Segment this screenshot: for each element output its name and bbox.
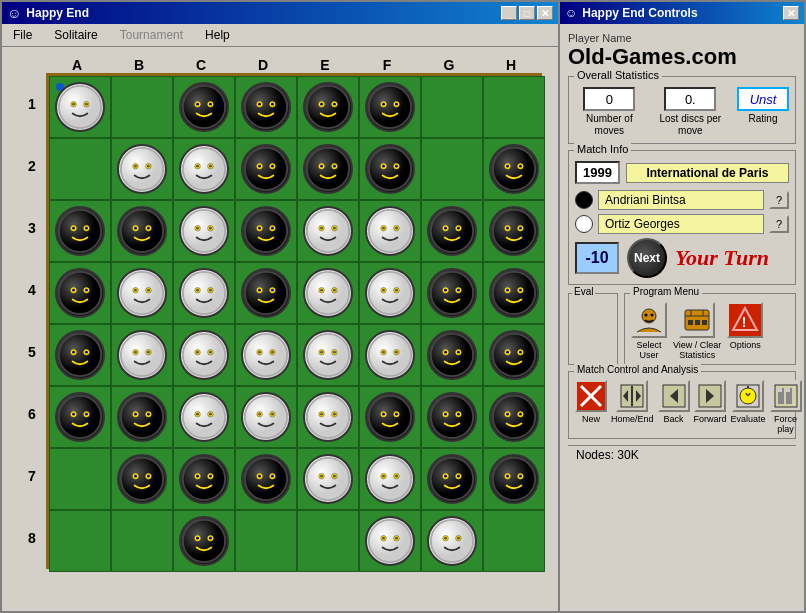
- black-piece[interactable]: [427, 392, 477, 442]
- table-row[interactable]: [483, 324, 545, 386]
- table-row[interactable]: [49, 324, 111, 386]
- black-piece[interactable]: [427, 206, 477, 256]
- white-piece[interactable]: [179, 392, 229, 442]
- force-play-button[interactable]: Force play: [770, 380, 802, 434]
- table-row[interactable]: [235, 76, 297, 138]
- black-piece[interactable]: [303, 82, 353, 132]
- table-row[interactable]: [297, 262, 359, 324]
- table-row[interactable]: [49, 510, 111, 572]
- table-row[interactable]: [421, 262, 483, 324]
- table-row[interactable]: [235, 386, 297, 448]
- white-piece[interactable]: [365, 206, 415, 256]
- table-row[interactable]: [111, 262, 173, 324]
- black-piece[interactable]: [241, 144, 291, 194]
- white-piece[interactable]: [241, 330, 291, 380]
- black-piece[interactable]: [179, 454, 229, 504]
- home-end-button[interactable]: Home/End: [611, 380, 654, 424]
- black-piece[interactable]: [303, 144, 353, 194]
- black-piece[interactable]: [489, 268, 539, 318]
- table-row[interactable]: [297, 510, 359, 572]
- table-row[interactable]: [421, 448, 483, 510]
- black-piece[interactable]: [489, 330, 539, 380]
- table-row[interactable]: [173, 138, 235, 200]
- table-row[interactable]: [173, 262, 235, 324]
- black-piece[interactable]: [241, 454, 291, 504]
- black-piece[interactable]: [55, 206, 105, 256]
- white-piece[interactable]: [179, 144, 229, 194]
- table-row[interactable]: [483, 448, 545, 510]
- black-piece[interactable]: [117, 206, 167, 256]
- white-piece[interactable]: [365, 454, 415, 504]
- forward-button[interactable]: Forward: [694, 380, 727, 424]
- black-piece[interactable]: [241, 206, 291, 256]
- table-row[interactable]: [111, 200, 173, 262]
- table-row[interactable]: [49, 448, 111, 510]
- table-row[interactable]: [235, 138, 297, 200]
- close-button[interactable]: ✕: [537, 6, 553, 20]
- black-piece[interactable]: [179, 82, 229, 132]
- table-row[interactable]: [173, 324, 235, 386]
- table-row[interactable]: [483, 200, 545, 262]
- table-row[interactable]: [359, 200, 421, 262]
- black-piece[interactable]: [117, 392, 167, 442]
- evaluate-button[interactable]: Evaluate: [731, 380, 766, 424]
- maximize-button[interactable]: □: [519, 6, 535, 20]
- table-row[interactable]: [359, 138, 421, 200]
- table-row[interactable]: [235, 200, 297, 262]
- white-piece[interactable]: [427, 516, 477, 566]
- table-row[interactable]: [483, 262, 545, 324]
- select-user-button[interactable]: SelectUser: [631, 302, 667, 360]
- white-piece[interactable]: [117, 330, 167, 380]
- black-piece[interactable]: [489, 144, 539, 194]
- white-piece[interactable]: [55, 82, 105, 132]
- table-row[interactable]: [49, 262, 111, 324]
- table-row[interactable]: [111, 76, 173, 138]
- table-row[interactable]: [173, 448, 235, 510]
- black-piece[interactable]: [365, 82, 415, 132]
- player1-question-button[interactable]: ?: [769, 191, 789, 209]
- white-piece[interactable]: [303, 454, 353, 504]
- options-button[interactable]: ! Options: [727, 302, 763, 350]
- view-clear-button[interactable]: View / ClearStatistics: [673, 302, 721, 360]
- black-piece[interactable]: [489, 206, 539, 256]
- table-row[interactable]: [49, 200, 111, 262]
- white-piece[interactable]: [303, 268, 353, 318]
- next-button[interactable]: Next: [627, 238, 667, 278]
- table-row[interactable]: [297, 324, 359, 386]
- black-piece[interactable]: [489, 454, 539, 504]
- white-piece[interactable]: [117, 268, 167, 318]
- table-row[interactable]: [235, 262, 297, 324]
- player2-question-button[interactable]: ?: [769, 215, 789, 233]
- table-row[interactable]: [421, 386, 483, 448]
- minimize-button[interactable]: _: [501, 6, 517, 20]
- table-row[interactable]: [111, 386, 173, 448]
- table-row[interactable]: [173, 386, 235, 448]
- table-row[interactable]: [173, 76, 235, 138]
- black-piece[interactable]: [489, 392, 539, 442]
- black-piece[interactable]: [55, 268, 105, 318]
- table-row[interactable]: [421, 324, 483, 386]
- black-piece[interactable]: [427, 268, 477, 318]
- table-row[interactable]: [297, 138, 359, 200]
- white-piece[interactable]: [303, 330, 353, 380]
- right-close-button[interactable]: ✕: [783, 6, 799, 20]
- table-row[interactable]: [359, 76, 421, 138]
- white-piece[interactable]: [117, 144, 167, 194]
- table-row[interactable]: [359, 448, 421, 510]
- menu-tournament[interactable]: Tournament: [114, 26, 189, 44]
- table-row[interactable]: [483, 76, 545, 138]
- table-row[interactable]: [111, 510, 173, 572]
- table-row[interactable]: [297, 76, 359, 138]
- white-piece[interactable]: [303, 392, 353, 442]
- table-row[interactable]: [111, 324, 173, 386]
- white-piece[interactable]: [179, 330, 229, 380]
- table-row[interactable]: [359, 324, 421, 386]
- black-piece[interactable]: [365, 144, 415, 194]
- table-row[interactable]: [359, 262, 421, 324]
- black-piece[interactable]: [241, 268, 291, 318]
- table-row[interactable]: [421, 76, 483, 138]
- table-row[interactable]: [421, 138, 483, 200]
- black-piece[interactable]: [427, 454, 477, 504]
- white-piece[interactable]: [365, 268, 415, 318]
- table-row[interactable]: [173, 510, 235, 572]
